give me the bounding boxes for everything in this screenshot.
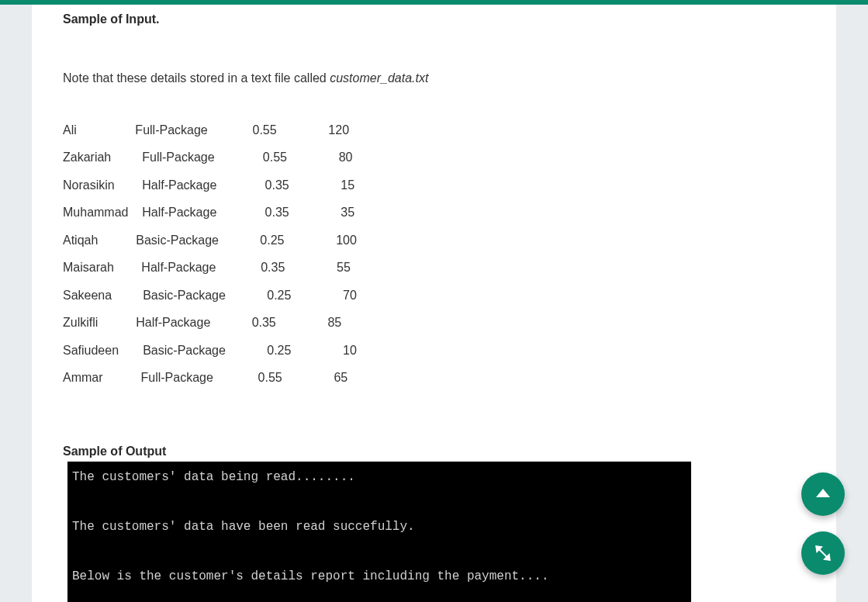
console-line [72, 490, 686, 514]
input-data-row: Atiqah Basic-Package 0.25 100 [63, 227, 815, 254]
console-line: The customers' data being read........ [72, 465, 686, 490]
note-prefix: Note that these details stored in a text… [63, 71, 330, 85]
scroll-to-top-button[interactable] [801, 472, 845, 516]
note-filename: customer_data.txt [330, 71, 428, 85]
input-data-row: Safiudeen Basic-Package 0.25 10 [63, 337, 815, 365]
console-line [72, 589, 686, 602]
expand-icon [811, 541, 835, 565]
input-data-row: Norasikin Half-Package 0.35 15 [63, 171, 815, 199]
input-data-row: Zakariah Full-Package 0.55 80 [63, 144, 815, 171]
expand-fullscreen-button[interactable] [801, 531, 845, 575]
chevron-up-icon [816, 489, 830, 497]
console-output: The customers' data being read........ T… [67, 462, 691, 602]
input-sample-heading: Sample of Input. [63, 5, 815, 28]
input-data-row: Maisarah Half-Package 0.35 55 [63, 254, 815, 282]
console-line: Below is the customer's details report i… [72, 564, 686, 589]
input-note: Note that these details stored in a text… [63, 68, 815, 88]
input-data-row: Sakeena Basic-Package 0.25 70 [63, 282, 815, 310]
input-data-row: Muhammad Half-Package 0.35 35 [63, 199, 815, 227]
content-card: Sample of Input. Note that these details… [53, 5, 815, 602]
output-sample-heading: Sample of Output [63, 445, 815, 458]
console-line: The customers' data have been read succe… [72, 514, 686, 539]
input-data-row: Ammar Full-Package 0.55 65 [63, 364, 815, 392]
input-data-row: Zulkifli Half-Package 0.35 85 [63, 309, 815, 337]
page-container: Sample of Input. Note that these details… [32, 5, 836, 602]
input-data-block: Ali Full-Package 0.55 120Zakariah Full-P… [63, 116, 815, 392]
console-line [72, 539, 686, 564]
input-data-row: Ali Full-Package 0.55 120 [63, 116, 815, 144]
